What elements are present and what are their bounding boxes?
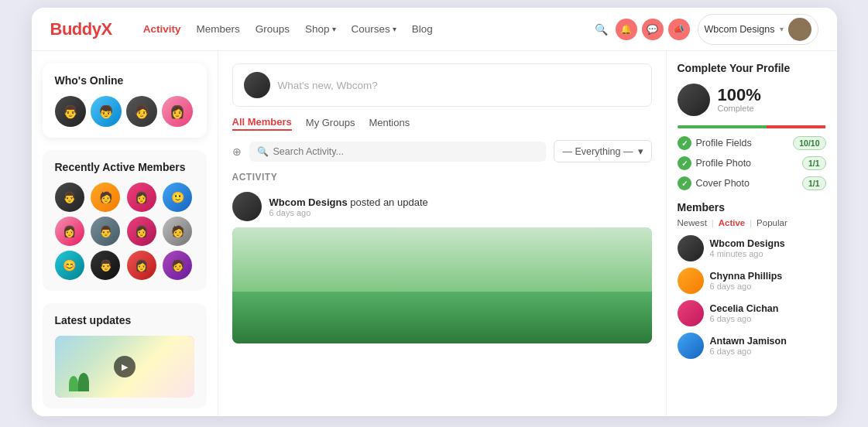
profile-item-fields: ✓ Profile Fields 10/10 [678, 136, 826, 150]
members-tab-popular[interactable]: Popular [756, 218, 787, 227]
whos-online-title: Who's Online [55, 74, 194, 87]
filter-chevron-icon: ▾ [638, 145, 643, 157]
progress-bar [678, 125, 826, 128]
member-info-antawn: Antawn Jamison 6 days ago [710, 336, 787, 356]
recent-member-8[interactable]: 🧑 [163, 217, 192, 246]
progress-info: 100% Complete [718, 87, 761, 113]
profile-fields-badge: 10/10 [793, 136, 825, 150]
profile-item-cover: ✓ Cover Photo 1/1 [678, 176, 826, 190]
user-menu-button[interactable]: Wbcom Designs ▾ [698, 14, 818, 45]
tab-my-groups[interactable]: My Groups [306, 117, 355, 130]
tab-all-members[interactable]: All Members [232, 116, 292, 131]
activity-post: Wbcom Designs posted an update 6 days ag… [232, 192, 652, 343]
nav-groups[interactable]: Groups [256, 23, 290, 35]
member-info-wbcom: Wbcom Designs 4 minutes ago [710, 238, 785, 258]
rss-icon[interactable]: ⊕ [232, 145, 242, 158]
recent-member-6[interactable]: 👨 [91, 217, 120, 246]
middle-content: What's new, Wbcom? All Members My Groups… [218, 51, 667, 416]
nav-right: 🔍 🔔 💬 📣 Wbcom Designs ▾ [595, 14, 818, 45]
post-author-avatar[interactable] [232, 192, 262, 221]
progress-fill-green [678, 125, 767, 128]
nav-blog[interactable]: Blog [412, 23, 433, 35]
recent-member-1[interactable]: 👨 [55, 183, 84, 212]
site-logo: BuddyX [50, 19, 112, 39]
filter-dropdown[interactable]: — Everything — ▾ [554, 140, 651, 162]
nav-courses[interactable]: Courses ▾ [352, 23, 396, 35]
top-nav: BuddyX Activity Members Groups Shop ▾ Co… [32, 8, 837, 51]
courses-chevron-icon: ▾ [393, 25, 396, 33]
latest-updates-card: Latest updates ▶ [43, 303, 207, 408]
search-icon[interactable]: 🔍 [595, 23, 608, 36]
notification-alert-icon[interactable]: 📣 [668, 19, 690, 40]
member-name-antawn: Antawn Jamison [710, 336, 787, 347]
content-area: Who's Online 👨 👦 🧑 👩 Recently Active Mem… [32, 51, 837, 416]
members-title: Members [678, 201, 826, 214]
status-placeholder: What's new, Wbcom? [278, 80, 640, 91]
recent-member-12[interactable]: 🧑 [163, 251, 192, 280]
post-header: Wbcom Designs posted an update 6 days ag… [232, 192, 652, 221]
user-avatar [788, 18, 811, 41]
profile-photo-label: Profile Photo [696, 158, 752, 169]
check-icon-photo: ✓ [678, 156, 691, 170]
post-title: Wbcom Designs posted an update [269, 196, 428, 208]
online-user-1[interactable]: 👨 [55, 96, 86, 127]
update-thumbnail[interactable]: ▶ [55, 336, 194, 398]
member-list-item-4: Antawn Jamison 6 days ago [678, 333, 826, 359]
play-button[interactable]: ▶ [114, 356, 136, 377]
recent-member-9[interactable]: 😊 [55, 251, 84, 280]
online-avatars: 👨 👦 🧑 👩 [55, 96, 194, 127]
member-avatar-chynna[interactable] [678, 268, 704, 294]
profile-cover-badge: 1/1 [802, 176, 826, 190]
recent-member-4[interactable]: 🙂 [163, 183, 192, 212]
profile-item-photo: ✓ Profile Photo 1/1 [678, 156, 826, 170]
notification-bell-icon[interactable]: 🔔 [616, 19, 637, 40]
nav-activity[interactable]: Activity [143, 23, 181, 35]
member-name-wbcom: Wbcom Designs [710, 238, 785, 249]
notification-message-icon[interactable]: 💬 [642, 19, 664, 40]
search-magnifier-icon: 🔍 [257, 146, 269, 157]
profile-progress: 100% Complete [678, 84, 826, 116]
nav-members[interactable]: Members [196, 23, 239, 35]
activity-section-label: Activity [232, 172, 652, 183]
member-list-item: Wbcom Designs 4 minutes ago [678, 235, 826, 261]
status-user-avatar [244, 72, 270, 98]
page-wrapper: BuddyX Activity Members Groups Shop ▾ Co… [0, 0, 868, 427]
nav-shop[interactable]: Shop ▾ [305, 23, 336, 35]
status-input-area[interactable]: What's new, Wbcom? [232, 63, 652, 107]
user-name: Wbcom Designs [705, 24, 775, 35]
recent-member-5[interactable]: 👩 [55, 217, 84, 246]
progress-fill-red [767, 125, 826, 128]
online-user-2[interactable]: 👦 [91, 96, 122, 127]
recent-member-10[interactable]: 👨 [91, 251, 120, 280]
user-menu-chevron-icon: ▾ [780, 25, 784, 33]
online-user-3[interactable]: 🧑 [126, 96, 157, 127]
member-avatar-wbcom[interactable] [678, 235, 704, 261]
members-tabs: Newest | Active | Popular [678, 218, 826, 227]
main-card: BuddyX Activity Members Groups Shop ▾ Co… [32, 8, 837, 416]
recent-member-3[interactable]: 👩 [127, 183, 156, 212]
recent-member-7[interactable]: 👩 [127, 217, 156, 246]
members-tab-newest[interactable]: Newest [678, 218, 707, 227]
activity-tabs: All Members My Groups Mentions [232, 116, 652, 131]
profile-card: Complete Your Profile 100% Complete [678, 62, 826, 190]
member-time-wbcom: 4 minutes ago [710, 249, 785, 258]
recent-member-11[interactable]: 👩 [127, 251, 156, 280]
members-tab-active[interactable]: Active [719, 218, 746, 227]
member-avatar-antawn[interactable] [678, 333, 704, 359]
member-name-chynna: Chynna Phillips [710, 271, 783, 282]
search-box[interactable]: 🔍 [249, 142, 547, 162]
member-info-cecelia: Cecelia Cichan 6 days ago [710, 303, 779, 323]
search-input[interactable] [273, 146, 539, 157]
online-user-4[interactable]: 👩 [162, 96, 193, 127]
tab-mentions[interactable]: Mentions [369, 117, 410, 130]
right-sidebar: Complete Your Profile 100% Complete [667, 51, 837, 416]
post-meta: Wbcom Designs posted an update 6 days ag… [269, 196, 428, 217]
left-sidebar: Who's Online 👨 👦 🧑 👩 Recently Active Mem… [32, 51, 218, 416]
member-time-chynna: 6 days ago [710, 282, 783, 291]
member-time-cecelia: 6 days ago [710, 314, 779, 323]
member-avatar-cecelia[interactable] [678, 300, 704, 326]
recent-member-2[interactable]: 🧑 [91, 183, 120, 212]
shop-chevron-icon: ▾ [332, 25, 336, 33]
recently-active-card: Recently Active Members 👨 🧑 👩 🙂 👩 👨 👩 🧑 … [43, 150, 207, 291]
profile-card-title: Complete Your Profile [678, 62, 826, 74]
